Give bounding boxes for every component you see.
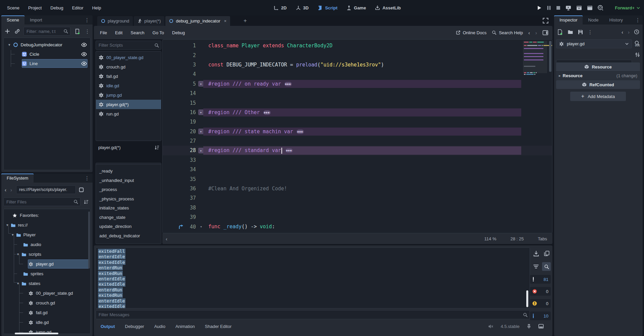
refcounted-category[interactable]: RefCounted [556,80,640,89]
log-message[interactable]: exitedFall [98,249,530,254]
code-line-20[interactable]: 20▸#region /// state machin var●●● [163,127,552,136]
menu-help[interactable]: Help [88,0,106,15]
fs-item-00_player_state.gd[interactable]: 00_player_state.gd [4,288,90,298]
fold-icon[interactable]: ▾ [200,225,202,229]
fs-item-player.gd[interactable]: player.gd [4,259,90,269]
log-message[interactable]: exitedIdle [98,282,530,287]
code-line-38[interactable]: 38 [163,203,552,212]
save-log-icon[interactable] [533,251,539,256]
scene-node-debugjumpindecator[interactable]: ▾DebugJumpIndecator [4,40,90,49]
search-log-button[interactable] [542,262,551,271]
play-scene-icon[interactable] [576,5,582,10]
focus-file-icon[interactable] [79,187,84,192]
tab-inspector[interactable]: Inspector [554,15,583,25]
fs-item-states[interactable]: ▾states [4,279,90,288]
badge-errors[interactable]: 0 [530,287,551,296]
context-3d[interactable]: 3D [296,5,309,10]
collapse-icon[interactable]: ▾ [6,223,8,227]
distraction-free-icon[interactable] [543,18,548,23]
code-line-15[interactable]: 15 [163,98,552,107]
scene-tab-debug_jump_indecator[interactable]: debug_jump_indecator× [165,16,230,26]
code-line-3[interactable]: 3const DEBUG_JUMP_INDECATOR = preload("u… [163,60,552,69]
add-metadata-button[interactable]: + Add Metadata [570,92,626,101]
folded-code-ellipsis-icon[interactable]: ●●● [284,82,292,86]
pin-panel-icon[interactable] [527,324,531,329]
open-docs-icon[interactable]: DOC [634,40,640,47]
fs-item-player[interactable]: ▾Player [4,230,90,240]
code-line-19[interactable]: 19 [163,117,552,127]
code-editor[interactable]: 1class_name Player extends CharacterBody… [162,39,552,233]
method-item-_ready[interactable]: _ready [96,166,161,176]
code-line-5[interactable]: 5▸#region /// on ready var●●● [163,79,552,89]
play-custom-scene-icon[interactable] [587,5,593,10]
code-line-1[interactable]: 1class_name Player extends CharacterBody… [163,41,552,50]
context-assetlib[interactable]: AssetLib [375,5,401,10]
search-help-button[interactable]: Search Help [492,30,523,35]
pause-button[interactable] [547,5,551,10]
history-back-icon[interactable]: ‹ [528,30,530,36]
log-message[interactable]: enterdIdle [98,298,530,304]
script-item-crouch.gd[interactable]: crouch.gd [96,62,161,71]
tab-history[interactable]: History [604,15,628,25]
back-icon[interactable]: ‹ [5,187,6,193]
close-tab-icon[interactable]: × [224,18,227,23]
more-icon[interactable]: ⋮ [85,17,90,22]
script-item-00_player_state.gd[interactable]: 00_player_state.gd [96,53,161,62]
vertical-scrollbar[interactable] [88,211,90,269]
code-line-14[interactable]: 14 [163,89,552,98]
script-menu-edit[interactable]: Edit [111,30,126,35]
scene-node-line[interactable]: Line [4,59,90,68]
method-item-initialize_states[interactable]: initialize_states [96,203,161,213]
menu-scene[interactable]: Scene [3,0,24,15]
more-icon[interactable]: ⋮ [635,17,641,22]
script-menu-go-to[interactable]: Go To [149,30,168,35]
code-line-40[interactable]: 40▾func _ready() -> void: [163,222,552,231]
folded-code-ellipsis-icon[interactable]: ●●● [263,110,271,115]
scene-tab-playground[interactable]: playground [97,16,133,26]
new-tab-icon[interactable]: + [244,17,247,24]
visibility-icon[interactable] [81,61,87,66]
copy-log-icon[interactable] [544,251,549,256]
caret-position[interactable]: 28 : 25 [511,236,524,241]
scene-node-cicle[interactable]: Cicle [4,49,90,59]
badge-warnings[interactable]: 0 [530,299,551,308]
filter-scripts-input[interactable] [96,41,161,50]
script-item-fall.gd[interactable]: fall.gd [96,71,161,81]
zoom-level[interactable]: 114 % [484,236,496,241]
play-button[interactable] [537,5,542,10]
tab-filesystem[interactable]: FileSystem [1,174,34,183]
sort-methods-icon[interactable] [154,145,159,150]
bottom-tab-animation[interactable]: Animation [175,324,196,329]
log-message[interactable]: exitedRun [98,271,530,276]
menu-debug[interactable]: Debug [46,0,67,15]
output-log[interactable]: exitedFallenterdIdleexitedIdleenterdRune… [96,247,530,308]
collapse-icon[interactable]: ▾ [17,252,19,256]
collapse-icon[interactable]: ▾ [8,43,10,47]
log-message[interactable]: enterdRun [98,265,530,271]
tune-icon[interactable] [635,52,640,57]
forward-icon[interactable]: › [10,187,12,193]
method-item-update_direction[interactable]: update_direction [96,222,161,231]
method-item-change_state[interactable]: change_state [96,213,161,222]
horizontal-scrollbar[interactable] [15,333,58,334]
code-line-4[interactable]: 4 [163,69,552,79]
bottom-tab-debugger[interactable]: Debugger [124,324,145,329]
script-menu-file[interactable]: File [96,30,111,35]
resource-picker[interactable]: player.gd [556,39,632,48]
fs-item-crouch.gd[interactable]: crouch.gd [4,298,90,308]
renderer-selector[interactable]: Forward+ [615,0,640,15]
mute-notifications-icon[interactable] [488,324,493,329]
method-item-add_debug_indicator[interactable]: add_debug_indicator [96,231,161,241]
script-menu-search[interactable]: Search [126,30,148,35]
history-forward-icon[interactable]: › [535,30,537,36]
online-docs-button[interactable]: Online Docs [456,30,487,35]
context-script[interactable]: Script [318,5,337,10]
tab-import[interactable]: Import [24,15,48,25]
folded-code-ellipsis-icon[interactable]: ●●● [297,130,304,134]
code-line-2[interactable]: 2 [163,50,552,60]
script-item-jump.gd[interactable]: jump.gd [96,90,161,100]
tab-node[interactable]: Node [583,15,604,25]
more-icon[interactable]: ⋮ [588,30,593,35]
scroll-tabs-left-icon[interactable]: ‹ [166,236,167,242]
more-icon[interactable]: ⋮ [85,176,90,181]
